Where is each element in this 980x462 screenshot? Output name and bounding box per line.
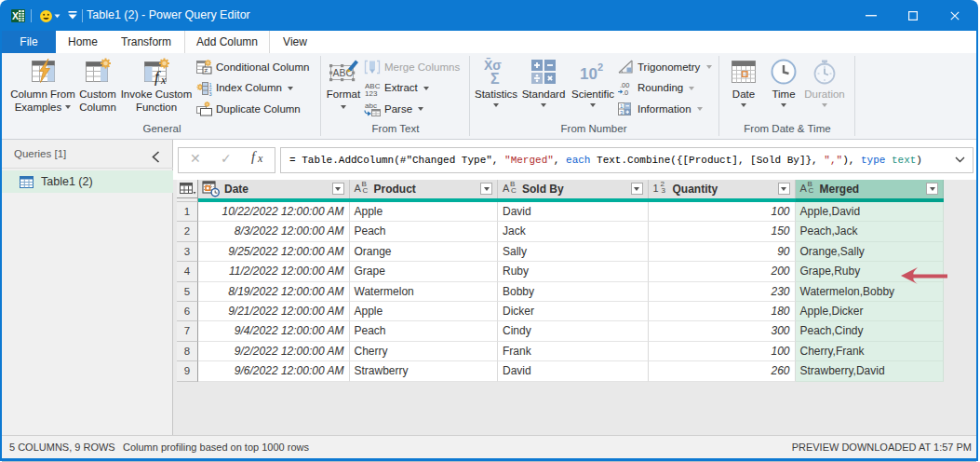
- svg-text:123: 123: [365, 88, 378, 96]
- svg-text:Σ: Σ: [490, 71, 500, 86]
- svg-text:3: 3: [209, 91, 212, 96]
- svg-text:10: 10: [580, 65, 597, 83]
- svg-text:x: x: [160, 74, 167, 86]
- svg-text:X: X: [12, 10, 19, 21]
- svg-text:abc: abc: [365, 102, 377, 110]
- svg-text:2: 2: [597, 61, 603, 73]
- svg-text:≠: ≠: [205, 67, 208, 74]
- svg-text:.0: .0: [623, 88, 628, 96]
